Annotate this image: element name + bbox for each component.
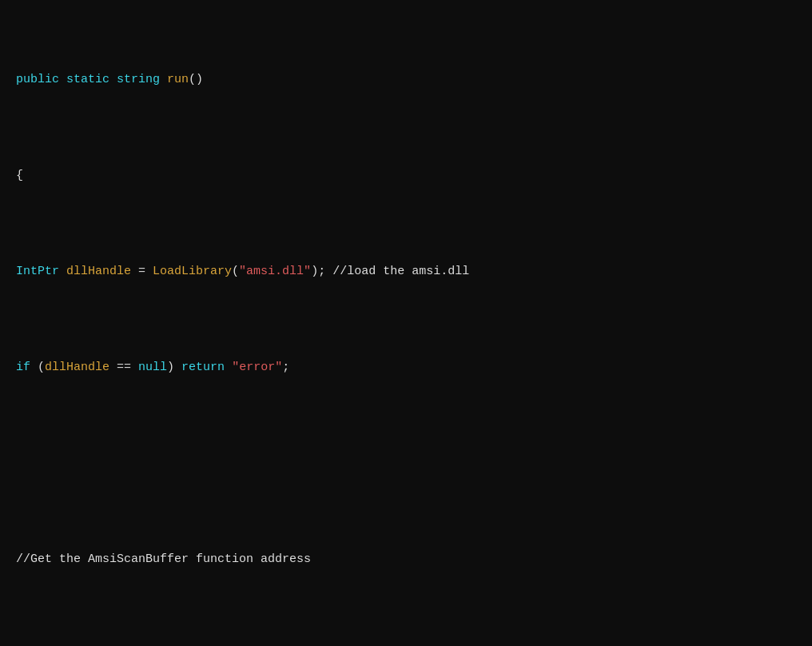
- code-line-5: [16, 454, 796, 473]
- code-line-4: if (dllHandle == null) return "error";: [16, 358, 796, 377]
- code-block: public static string run() { IntPtr dllH…: [16, 13, 796, 646]
- code-line-3: IntPtr dllHandle = LoadLibrary("amsi.dll…: [16, 262, 796, 281]
- code-line-6: //Get the AmsiScanBuffer function addres…: [16, 550, 796, 569]
- code-line-2: {: [16, 166, 796, 185]
- code-line-1: public static string run(): [16, 70, 796, 90]
